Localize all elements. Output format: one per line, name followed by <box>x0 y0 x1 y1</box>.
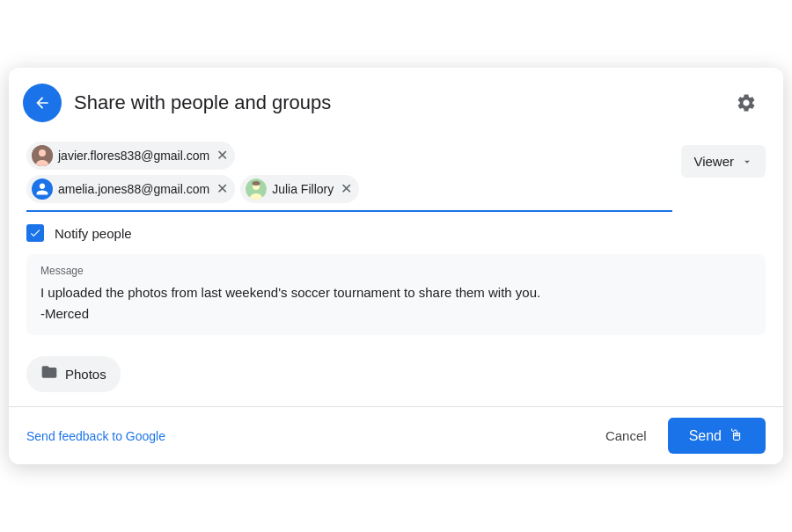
message-text[interactable]: I uploaded the photos from last weekend'… <box>40 282 752 324</box>
attachment-chip[interactable]: Photos <box>26 356 121 392</box>
gear-icon <box>736 92 757 113</box>
message-section: Message I uploaded the photos from last … <box>26 254 766 335</box>
dialog-title: Share with people and groups <box>74 91 727 114</box>
dialog-footer: Send feedback to Google Cancel Send 🖱 <box>9 406 783 464</box>
chip-javier: javier.flores838@gmail.com ✕ <box>26 142 235 170</box>
avatar-julia <box>246 179 267 200</box>
attachment-label: Photos <box>65 367 106 382</box>
avatar-javier <box>32 145 53 166</box>
cancel-button[interactable]: Cancel <box>591 419 661 452</box>
svg-point-1 <box>39 149 46 157</box>
avatar-amelia <box>32 179 53 200</box>
person-icon-amelia <box>35 182 49 196</box>
chip-amelia-email: amelia.jones88@gmail.com <box>58 182 209 196</box>
dialog-header: Share with people and groups <box>9 68 783 135</box>
chip-julia-close[interactable]: ✕ <box>341 182 352 196</box>
chip-julia: Julia Fillory ✕ <box>240 175 359 203</box>
recipients-input-area[interactable]: javier.flores838@gmail.com ✕ amelia.jone… <box>26 142 672 212</box>
message-label: Message <box>40 265 752 277</box>
footer-actions: Cancel Send 🖱 <box>591 418 766 454</box>
notify-checkbox[interactable] <box>26 224 44 242</box>
chevron-down-icon <box>741 156 753 168</box>
chip-amelia-close[interactable]: ✕ <box>216 182 228 196</box>
viewer-dropdown[interactable]: Viewer <box>681 145 766 178</box>
avatar-icon-javier <box>32 145 53 166</box>
share-dialog: Share with people and groups <box>9 68 783 464</box>
cursor-hand-icon: 🖱 <box>729 426 744 445</box>
back-icon <box>33 94 51 112</box>
checkmark-icon <box>29 227 41 239</box>
back-button[interactable] <box>23 84 62 122</box>
chip-row-1: javier.flores838@gmail.com ✕ <box>26 142 672 170</box>
settings-button[interactable] <box>727 84 766 122</box>
feedback-link[interactable]: Send feedback to Google <box>26 429 165 443</box>
chip-amelia: amelia.jones88@gmail.com ✕ <box>26 175 235 203</box>
chip-javier-email: javier.flores838@gmail.com <box>58 149 209 163</box>
notify-section: Notify people <box>9 212 783 254</box>
svg-point-6 <box>253 181 260 186</box>
chip-julia-name: Julia Fillory <box>272 182 334 196</box>
chip-row-2: amelia.jones88@gmail.com ✕ Julia Fillor <box>26 175 672 203</box>
recipients-section: javier.flores838@gmail.com ✕ amelia.jone… <box>9 135 783 212</box>
folder-svg-icon <box>40 363 58 381</box>
chip-javier-close[interactable]: ✕ <box>216 149 228 163</box>
send-button[interactable]: Send 🖱 <box>668 418 766 454</box>
send-label: Send <box>689 428 722 444</box>
avatar-icon-julia <box>246 179 267 200</box>
notify-label: Notify people <box>55 226 132 241</box>
viewer-label: Viewer <box>693 154 734 169</box>
attachment-section: Photos <box>9 349 783 406</box>
folder-icon <box>40 363 58 385</box>
